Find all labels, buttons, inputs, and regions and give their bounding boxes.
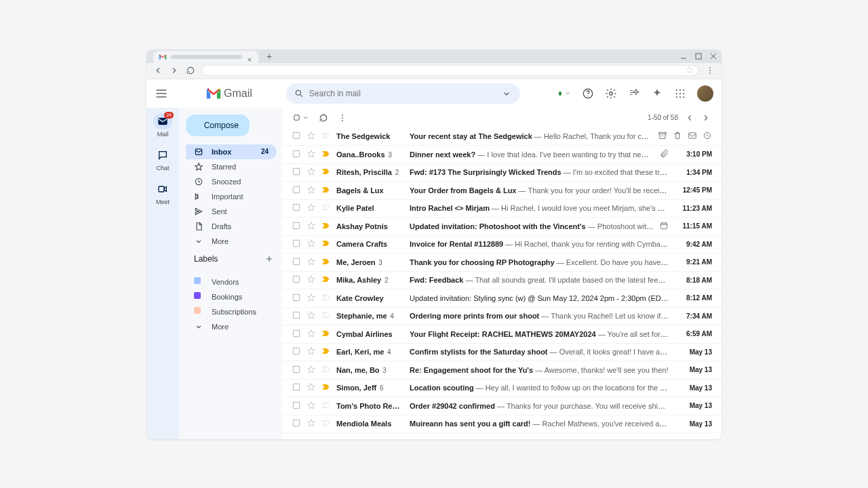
row-checkbox[interactable]: [292, 257, 301, 268]
browser-tab[interactable]: [153, 51, 258, 63]
email-row[interactable]: Cymbal Airlines Your Flight Receipt: RAC…: [282, 325, 722, 344]
gmail-logo[interactable]: Gmail: [206, 87, 252, 100]
importance-marker-icon[interactable]: [321, 239, 331, 249]
email-row[interactable]: Stephanie, me 4 Ordering more prints fro…: [282, 308, 722, 326]
star-icon[interactable]: [307, 329, 316, 340]
maximize-icon[interactable]: [694, 52, 703, 60]
settings-gear-icon[interactable]: [605, 87, 617, 100]
star-icon[interactable]: [307, 149, 316, 160]
email-row[interactable]: Mika, Ashley 2 Fwd: Feedback — That all …: [282, 272, 722, 290]
importance-marker-icon[interactable]: [321, 167, 331, 178]
sidebar-item-sent[interactable]: Sent: [186, 204, 277, 219]
sidebar-item-snoozed[interactable]: Snoozed: [186, 174, 277, 189]
add-tab-icon[interactable]: +: [262, 49, 276, 63]
email-row[interactable]: Camera Crafts Invoice for Rental #112889…: [282, 236, 722, 254]
refresh-button-icon[interactable]: [319, 113, 328, 123]
importance-marker-icon[interactable]: [321, 310, 331, 321]
help-icon[interactable]: [582, 87, 594, 100]
email-row[interactable]: Oana..Brooks 3 Dinner next week? — I lov…: [282, 146, 722, 164]
importance-marker-icon[interactable]: [321, 203, 331, 214]
importance-marker-icon[interactable]: [321, 149, 331, 160]
search-options-icon[interactable]: [501, 88, 512, 99]
email-row[interactable]: The Sedgewick Your recent stay at The Se…: [282, 128, 722, 146]
importance-marker-icon[interactable]: [321, 365, 331, 375]
star-icon[interactable]: [307, 346, 316, 357]
label-item[interactable]: Vendors: [186, 274, 277, 289]
star-icon[interactable]: [307, 221, 316, 232]
refresh-icon[interactable]: [186, 66, 195, 75]
star-icon[interactable]: [307, 418, 316, 429]
email-row[interactable]: Bagels & Lux Your Order from Bagels & Lu…: [282, 182, 722, 200]
email-row[interactable]: Ritesh, Priscilla 2 Fwd: #173 The Surpri…: [282, 164, 722, 182]
label-item[interactable]: More: [186, 319, 277, 334]
sidebar-item-important[interactable]: Important: [186, 189, 277, 204]
label-item[interactable]: Bookings: [186, 289, 277, 304]
importance-marker-icon[interactable]: [321, 131, 331, 142]
forward-icon[interactable]: [170, 66, 179, 75]
row-checkbox[interactable]: [292, 310, 301, 321]
sidebar-item-drafts[interactable]: Drafts: [186, 219, 277, 234]
apps-grid-icon[interactable]: [674, 87, 686, 100]
star-icon[interactable]: [307, 185, 316, 196]
row-checkbox[interactable]: [292, 346, 301, 357]
row-checkbox[interactable]: [292, 365, 301, 375]
importance-marker-icon[interactable]: [321, 257, 331, 268]
browser-menu-icon[interactable]: [705, 66, 715, 75]
sidebar-item-more[interactable]: More: [186, 234, 277, 249]
star-icon[interactable]: [307, 274, 316, 285]
gemini-icon[interactable]: [628, 87, 640, 100]
back-icon[interactable]: [153, 66, 163, 75]
star-icon[interactable]: [307, 203, 316, 214]
importance-marker-icon[interactable]: [321, 329, 331, 340]
bookmark-star-icon[interactable]: [686, 64, 694, 77]
row-checkbox[interactable]: [292, 382, 301, 393]
rail-item-chat[interactable]: Chat: [146, 147, 179, 171]
snooze-icon[interactable]: [703, 131, 712, 142]
sidebar-item-starred[interactable]: Starred: [186, 159, 277, 174]
row-checkbox[interactable]: [292, 418, 301, 429]
close-tab-icon[interactable]: [246, 54, 253, 60]
status-indicator[interactable]: [559, 89, 571, 97]
add-label-icon[interactable]: [264, 254, 274, 264]
email-row[interactable]: Nan, me, Bo 3 Re: Engagement shoot for t…: [282, 361, 722, 380]
sparkle-icon[interactable]: [651, 87, 663, 100]
star-icon[interactable]: [307, 401, 316, 411]
importance-marker-icon[interactable]: [321, 418, 331, 429]
row-checkbox[interactable]: [292, 149, 301, 160]
email-row[interactable]: Kate Crowley Updated invitation: Styling…: [282, 289, 722, 308]
email-row[interactable]: Akshay Potnis Updated invitation: Photos…: [282, 218, 722, 236]
avatar[interactable]: [697, 85, 713, 102]
importance-marker-icon[interactable]: [321, 293, 331, 304]
email-row[interactable]: Me, Jeroen 3 Thank you for choosing RP P…: [282, 253, 722, 272]
star-icon[interactable]: [307, 293, 316, 304]
star-icon[interactable]: [307, 365, 316, 375]
star-icon[interactable]: [307, 239, 316, 249]
star-icon[interactable]: [307, 310, 316, 321]
close-window-icon[interactable]: [709, 52, 717, 60]
row-checkbox[interactable]: [292, 401, 301, 411]
importance-marker-icon[interactable]: [321, 185, 331, 196]
next-page-icon[interactable]: [701, 113, 711, 123]
more-actions-icon[interactable]: [338, 113, 347, 123]
minimize-icon[interactable]: [679, 52, 688, 60]
row-checkbox[interactable]: [292, 221, 301, 232]
label-item[interactable]: Subscriptions: [186, 304, 277, 319]
star-icon[interactable]: [307, 382, 316, 393]
star-icon[interactable]: [307, 257, 316, 268]
row-checkbox[interactable]: [292, 167, 301, 178]
email-row[interactable]: Tom's Photo Rental Order #29042 confirme…: [282, 397, 722, 415]
sidebar-item-inbox[interactable]: Inbox24: [186, 144, 277, 159]
importance-marker-icon[interactable]: [321, 274, 331, 285]
select-all-checkbox[interactable]: [293, 114, 309, 121]
email-row[interactable]: Kylie Patel Intro Rachel <> Mirjam — Hi …: [282, 200, 722, 218]
email-row[interactable]: Earl, Keri, me 4 Confirm stylists for th…: [282, 344, 722, 362]
search-box[interactable]: [286, 83, 520, 104]
prev-page-icon[interactable]: [685, 113, 694, 123]
row-checkbox[interactable]: [292, 203, 301, 214]
compose-button[interactable]: Compose: [186, 115, 250, 136]
archive-icon[interactable]: [658, 131, 667, 142]
star-icon[interactable]: [307, 131, 316, 142]
delete-icon[interactable]: [673, 131, 682, 142]
email-row[interactable]: Mendiola Meals Muireann has sent you a g…: [282, 415, 722, 434]
row-checkbox[interactable]: [292, 185, 301, 196]
